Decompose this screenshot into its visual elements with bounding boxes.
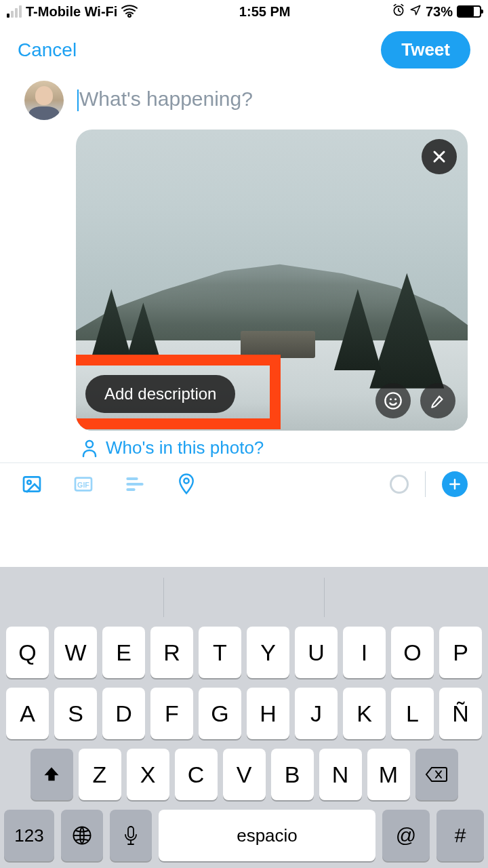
sticker-button[interactable] bbox=[375, 383, 411, 418]
mic-icon bbox=[123, 825, 138, 846]
key-r[interactable]: R bbox=[150, 627, 193, 678]
key-c[interactable]: C bbox=[175, 749, 218, 800]
keyboard: QWERTYUIOP ASDFGHJKLÑ ZXCVBNM 123 espaci… bbox=[0, 567, 488, 868]
backspace-icon bbox=[425, 766, 448, 783]
key-w[interactable]: W bbox=[54, 627, 97, 678]
backspace-key[interactable] bbox=[415, 749, 458, 800]
key-b[interactable]: B bbox=[271, 749, 314, 800]
compose-header: Cancel Tweet bbox=[0, 23, 488, 75]
key-k[interactable]: K bbox=[343, 688, 386, 739]
keyboard-row-2: ASDFGHJKLÑ bbox=[4, 688, 484, 739]
location-pin-icon[interactable] bbox=[175, 473, 198, 496]
svg-point-9 bbox=[184, 479, 188, 484]
poll-icon bbox=[123, 473, 146, 496]
key-p[interactable]: P bbox=[439, 627, 482, 678]
location-icon bbox=[409, 4, 422, 20]
gif-icon: GIF bbox=[72, 473, 95, 496]
key-x[interactable]: X bbox=[127, 749, 169, 800]
key-j[interactable]: J bbox=[295, 688, 338, 739]
key-u[interactable]: U bbox=[295, 627, 338, 678]
key-ñ[interactable]: Ñ bbox=[439, 688, 482, 739]
smile-icon bbox=[384, 391, 403, 410]
key-i[interactable]: I bbox=[343, 627, 386, 678]
shift-key[interactable] bbox=[30, 749, 73, 800]
status-bar: T-Mobile Wi-Fi 1:55 PM 73% bbox=[0, 0, 488, 23]
person-icon bbox=[81, 439, 98, 458]
key-a[interactable]: A bbox=[6, 688, 49, 739]
key-v[interactable]: V bbox=[223, 749, 266, 800]
svg-point-4 bbox=[86, 441, 93, 448]
plus-icon bbox=[448, 477, 462, 491]
close-icon bbox=[431, 149, 447, 165]
compose-row: What's happening? bbox=[0, 75, 488, 125]
key-o[interactable]: O bbox=[391, 627, 434, 678]
svg-point-6 bbox=[27, 481, 30, 484]
space-key[interactable]: espacio bbox=[159, 810, 375, 861]
avatar[interactable] bbox=[24, 81, 64, 120]
attached-image[interactable]: Add description bbox=[76, 130, 468, 431]
wifi-icon bbox=[121, 5, 138, 18]
dictation-key[interactable] bbox=[110, 810, 152, 861]
add-thread-button[interactable] bbox=[442, 471, 468, 497]
divider-vertical bbox=[425, 471, 426, 497]
tweet-placeholder: What's happening? bbox=[79, 87, 253, 110]
clock: 1:55 PM bbox=[239, 4, 291, 20]
remove-image-button[interactable] bbox=[422, 139, 457, 174]
character-count bbox=[390, 475, 409, 494]
tweet-input[interactable]: What's happening? bbox=[77, 81, 468, 111]
keyboard-row-4: 123 espacio @ # bbox=[4, 810, 484, 861]
key-m[interactable]: M bbox=[367, 749, 410, 800]
add-description-button[interactable]: Add description bbox=[85, 375, 235, 413]
svg-point-1 bbox=[385, 393, 401, 408]
key-y[interactable]: Y bbox=[247, 627, 289, 678]
keyboard-row-1: QWERTYUIOP bbox=[4, 627, 484, 678]
globe-key[interactable] bbox=[61, 810, 103, 861]
numbers-key[interactable]: 123 bbox=[4, 810, 54, 861]
tag-people-label: Who's in this photo? bbox=[106, 437, 264, 458]
tweet-button[interactable]: Tweet bbox=[381, 31, 470, 68]
key-s[interactable]: S bbox=[54, 688, 97, 739]
key-h[interactable]: H bbox=[247, 688, 289, 739]
shift-icon bbox=[42, 765, 61, 784]
at-key[interactable]: @ bbox=[382, 810, 430, 861]
key-q[interactable]: Q bbox=[6, 627, 49, 678]
keyboard-row-3: ZXCVBNM bbox=[4, 749, 484, 800]
signal-icon bbox=[7, 5, 22, 18]
key-f[interactable]: F bbox=[150, 688, 193, 739]
hash-key[interactable]: # bbox=[436, 810, 484, 861]
suggestion-bar[interactable] bbox=[4, 578, 484, 617]
carrier-label: T-Mobile Wi-Fi bbox=[26, 4, 117, 20]
key-d[interactable]: D bbox=[102, 688, 145, 739]
key-z[interactable]: Z bbox=[79, 749, 121, 800]
battery-pct: 73% bbox=[426, 4, 453, 20]
alarm-icon bbox=[392, 3, 405, 20]
svg-point-3 bbox=[394, 398, 396, 400]
svg-point-2 bbox=[390, 398, 392, 400]
svg-rect-5 bbox=[24, 477, 40, 491]
cancel-button[interactable]: Cancel bbox=[18, 39, 77, 61]
key-n[interactable]: N bbox=[319, 749, 362, 800]
key-l[interactable]: L bbox=[391, 688, 434, 739]
key-t[interactable]: T bbox=[199, 627, 241, 678]
key-g[interactable]: G bbox=[199, 688, 241, 739]
edit-image-button[interactable] bbox=[420, 383, 455, 418]
brush-icon bbox=[429, 392, 447, 410]
globe-icon bbox=[72, 825, 92, 846]
battery-icon bbox=[457, 5, 481, 18]
tag-people-row[interactable]: Who's in this photo? bbox=[0, 431, 488, 462]
svg-rect-11 bbox=[128, 827, 134, 837]
compose-toolbar: GIF bbox=[0, 463, 488, 505]
svg-text:GIF: GIF bbox=[77, 481, 89, 489]
image-icon[interactable] bbox=[20, 473, 43, 496]
key-e[interactable]: E bbox=[102, 627, 145, 678]
